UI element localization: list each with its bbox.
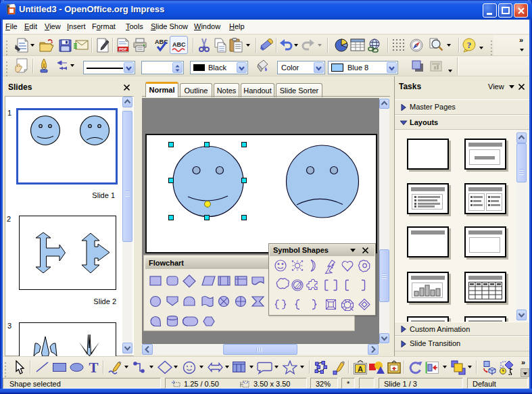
- svg-text:A: A: [358, 365, 363, 373]
- svg-text:ABC: ABC: [172, 41, 186, 48]
- svg-text:PDF: PDF: [119, 47, 127, 51]
- svg-text:?: ?: [467, 40, 472, 50]
- svg-text:T: T: [89, 360, 98, 374]
